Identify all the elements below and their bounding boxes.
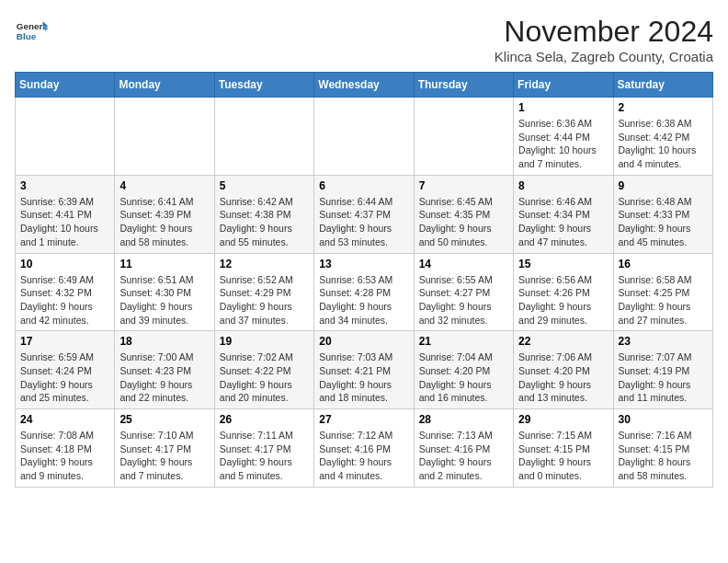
day-info: Sunrise: 7:07 AM Sunset: 4:19 PM Dayligh… [619,350,708,405]
calendar-cell: 24Sunrise: 7:08 AM Sunset: 4:18 PM Dayli… [16,409,115,488]
day-info: Sunrise: 6:56 AM Sunset: 4:26 PM Dayligh… [518,273,608,327]
day-number: 12 [220,258,309,270]
calendar-cell: 22Sunrise: 7:06 AM Sunset: 4:20 PM Dayli… [514,331,613,409]
day-number: 9 [619,179,708,192]
day-number: 3 [20,179,109,192]
day-number: 26 [220,413,309,426]
day-number: 23 [619,335,708,348]
day-number: 11 [119,258,209,270]
day-info: Sunrise: 7:04 AM Sunset: 4:20 PM Dayligh… [419,350,508,405]
calendar-cell: 14Sunrise: 6:55 AM Sunset: 4:27 PM Dayli… [414,253,513,331]
day-info: Sunrise: 6:39 AM Sunset: 4:41 PM Dayligh… [20,195,109,249]
day-number: 21 [419,335,508,348]
day-info: Sunrise: 6:49 AM Sunset: 4:32 PM Dayligh… [20,273,109,327]
calendar-cell: 8Sunrise: 6:46 AM Sunset: 4:34 PM Daylig… [514,175,613,253]
calendar-cell: 27Sunrise: 7:12 AM Sunset: 4:16 PM Dayli… [314,409,414,488]
calendar-cell [16,98,115,176]
day-number: 7 [419,179,508,192]
weekday-header: Saturday [613,73,712,98]
day-number: 5 [220,179,309,192]
calendar-cell: 20Sunrise: 7:03 AM Sunset: 4:21 PM Dayli… [314,331,414,409]
calendar-cell: 12Sunrise: 6:52 AM Sunset: 4:29 PM Dayli… [214,253,313,331]
day-info: Sunrise: 6:58 AM Sunset: 4:25 PM Dayligh… [619,273,708,327]
location-subtitle: Klinca Sela, Zagreb County, Croatia [495,49,713,64]
day-info: Sunrise: 6:38 AM Sunset: 4:42 PM Dayligh… [619,117,708,171]
svg-text:Blue: Blue [17,31,37,41]
day-number: 13 [319,258,408,270]
day-info: Sunrise: 7:11 AM Sunset: 4:17 PM Dayligh… [220,429,309,483]
calendar-table: SundayMondayTuesdayWednesdayThursdayFrid… [15,72,713,488]
calendar-cell: 4Sunrise: 6:41 AM Sunset: 4:39 PM Daylig… [115,175,214,253]
calendar-week-row: 10Sunrise: 6:49 AM Sunset: 4:32 PM Dayli… [16,253,713,331]
day-info: Sunrise: 6:53 AM Sunset: 4:28 PM Dayligh… [319,273,408,327]
day-number: 1 [518,101,608,114]
calendar-cell: 16Sunrise: 6:58 AM Sunset: 4:25 PM Dayli… [613,253,712,331]
day-number: 15 [518,258,608,270]
day-info: Sunrise: 6:36 AM Sunset: 4:44 PM Dayligh… [518,117,608,171]
calendar-cell: 25Sunrise: 7:10 AM Sunset: 4:17 PM Dayli… [115,409,214,488]
day-number: 20 [319,335,408,348]
day-info: Sunrise: 7:10 AM Sunset: 4:17 PM Dayligh… [119,429,209,483]
weekday-header: Monday [115,73,214,98]
calendar-cell: 28Sunrise: 7:13 AM Sunset: 4:16 PM Dayli… [414,409,513,488]
day-info: Sunrise: 6:51 AM Sunset: 4:30 PM Dayligh… [119,273,209,327]
calendar-cell [115,98,214,176]
day-info: Sunrise: 6:42 AM Sunset: 4:38 PM Dayligh… [220,195,309,249]
day-number: 22 [518,335,608,348]
calendar-cell: 5Sunrise: 6:42 AM Sunset: 4:38 PM Daylig… [214,175,313,253]
calendar-cell: 2Sunrise: 6:38 AM Sunset: 4:42 PM Daylig… [613,98,712,176]
calendar-cell: 10Sunrise: 6:49 AM Sunset: 4:32 PM Dayli… [16,253,115,331]
day-number: 16 [619,258,708,270]
day-info: Sunrise: 6:48 AM Sunset: 4:33 PM Dayligh… [619,195,708,249]
calendar-cell: 26Sunrise: 7:11 AM Sunset: 4:17 PM Dayli… [214,409,313,488]
day-info: Sunrise: 7:16 AM Sunset: 4:15 PM Dayligh… [619,429,708,483]
weekday-header: Wednesday [314,73,414,98]
weekday-header: Sunday [16,73,115,98]
day-info: Sunrise: 7:02 AM Sunset: 4:22 PM Dayligh… [220,350,309,405]
calendar-week-row: 1Sunrise: 6:36 AM Sunset: 4:44 PM Daylig… [16,98,713,176]
day-info: Sunrise: 7:00 AM Sunset: 4:23 PM Dayligh… [119,350,209,405]
weekday-header: Friday [514,73,613,98]
calendar-cell: 30Sunrise: 7:16 AM Sunset: 4:15 PM Dayli… [613,409,712,488]
day-info: Sunrise: 7:06 AM Sunset: 4:20 PM Dayligh… [518,350,608,405]
calendar-cell: 9Sunrise: 6:48 AM Sunset: 4:33 PM Daylig… [613,175,712,253]
calendar-cell: 13Sunrise: 6:53 AM Sunset: 4:28 PM Dayli… [314,253,414,331]
page-header: General Blue November 2024 Klinca Sela, … [15,15,713,64]
calendar-cell: 21Sunrise: 7:04 AM Sunset: 4:20 PM Dayli… [414,331,513,409]
calendar-cell: 11Sunrise: 6:51 AM Sunset: 4:30 PM Dayli… [115,253,214,331]
day-info: Sunrise: 6:44 AM Sunset: 4:37 PM Dayligh… [319,195,408,249]
day-number: 8 [518,179,608,192]
calendar-week-row: 3Sunrise: 6:39 AM Sunset: 4:41 PM Daylig… [16,175,713,253]
calendar-cell: 17Sunrise: 6:59 AM Sunset: 4:24 PM Dayli… [16,331,115,409]
day-number: 28 [419,413,508,426]
day-info: Sunrise: 6:46 AM Sunset: 4:34 PM Dayligh… [518,195,608,249]
day-number: 18 [119,335,209,348]
day-number: 6 [319,179,408,192]
calendar-cell [414,98,513,176]
calendar-cell: 23Sunrise: 7:07 AM Sunset: 4:19 PM Dayli… [613,331,712,409]
day-info: Sunrise: 7:15 AM Sunset: 4:15 PM Dayligh… [518,429,608,483]
day-number: 14 [419,258,508,270]
logo-icon: General Blue [15,15,48,48]
day-info: Sunrise: 7:03 AM Sunset: 4:21 PM Dayligh… [319,350,408,405]
weekday-header: Tuesday [214,73,313,98]
calendar-cell [314,98,414,176]
day-info: Sunrise: 6:41 AM Sunset: 4:39 PM Dayligh… [119,195,209,249]
month-title: November 2024 [495,15,713,49]
day-number: 27 [319,413,408,426]
weekday-header: Thursday [414,73,513,98]
calendar-cell [214,98,313,176]
day-info: Sunrise: 6:45 AM Sunset: 4:35 PM Dayligh… [419,195,508,249]
calendar-week-row: 17Sunrise: 6:59 AM Sunset: 4:24 PM Dayli… [16,331,713,409]
day-info: Sunrise: 7:08 AM Sunset: 4:18 PM Dayligh… [20,429,109,483]
day-number: 4 [119,179,209,192]
calendar-cell: 15Sunrise: 6:56 AM Sunset: 4:26 PM Dayli… [514,253,613,331]
calendar-week-row: 24Sunrise: 7:08 AM Sunset: 4:18 PM Dayli… [16,409,713,488]
calendar-cell: 18Sunrise: 7:00 AM Sunset: 4:23 PM Dayli… [115,331,214,409]
day-number: 25 [119,413,209,426]
day-number: 19 [220,335,309,348]
day-number: 29 [518,413,608,426]
calendar-cell: 3Sunrise: 6:39 AM Sunset: 4:41 PM Daylig… [16,175,115,253]
day-info: Sunrise: 7:13 AM Sunset: 4:16 PM Dayligh… [419,429,508,483]
calendar-cell: 1Sunrise: 6:36 AM Sunset: 4:44 PM Daylig… [514,98,613,176]
